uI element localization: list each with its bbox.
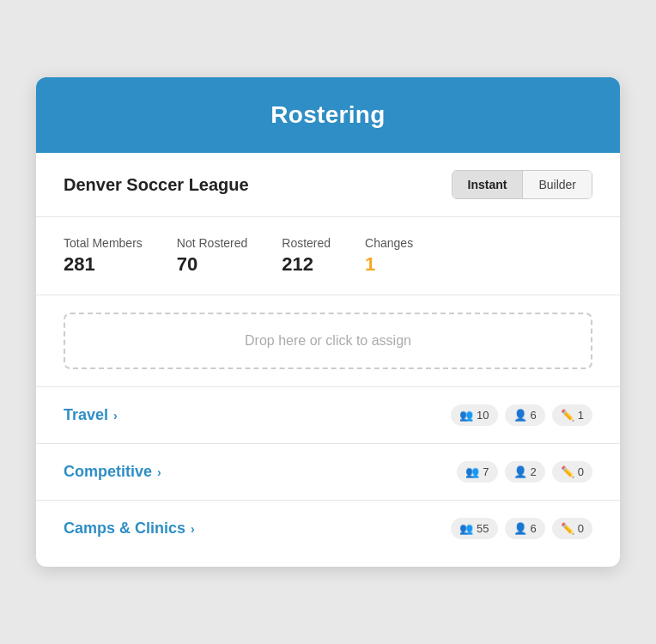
travel-badge-1-count: 10 [477, 409, 489, 422]
sub-header: Denver Soccer League Instant Builder [36, 153, 620, 217]
chevron-right-icon: › [113, 409, 118, 422]
travel-badge-3-count: 1 [578, 409, 584, 422]
person-icon-3: 👤 [513, 522, 527, 535]
travel-badge-2: 👤 6 [505, 404, 545, 426]
rostered-stat: Rostered 212 [282, 236, 331, 276]
group-icon-3: 👥 [459, 522, 473, 535]
category-item-competitive[interactable]: Competitive › 👥 7 👤 2 ✏️ 0 [36, 443, 620, 500]
camps-badge-2-count: 6 [531, 522, 537, 535]
category-name-competitive: Competitive › [64, 463, 161, 481]
changes-stat: Changes 1 [365, 236, 413, 276]
pencil-icon-2: ✏️ [561, 465, 574, 478]
changes-value: 1 [365, 253, 413, 276]
person-icon-1: 👤 [513, 409, 527, 422]
camps-badge-3: ✏️ 0 [552, 518, 592, 539]
camps-badge-1: 👥 55 [451, 518, 497, 539]
chevron-right-icon-2: › [157, 465, 161, 479]
competitive-badges: 👥 7 👤 2 ✏️ 0 [457, 461, 592, 483]
camps-badges: 👥 55 👤 6 ✏️ 0 [451, 518, 592, 539]
group-icon-1: 👥 [459, 409, 473, 422]
not-rostered-value: 70 [177, 253, 247, 276]
travel-badges: 👥 10 👤 6 ✏️ 1 [451, 404, 592, 426]
total-members-stat: Total Members 281 [64, 236, 143, 276]
league-name: Denver Soccer League [64, 175, 249, 195]
total-members-value: 281 [64, 253, 143, 276]
person-icon-2: 👤 [513, 465, 527, 478]
instant-toggle-button[interactable]: Instant [453, 171, 524, 198]
category-name-travel: Travel › [64, 406, 118, 424]
changes-label: Changes [365, 236, 413, 250]
page-title: Rostering [270, 101, 385, 128]
category-list: Travel › 👥 10 👤 6 ✏️ 1 C [36, 386, 620, 567]
stats-row: Total Members 281 Not Rostered 70 Roster… [36, 217, 620, 295]
not-rostered-label: Not Rostered [177, 236, 247, 250]
category-name-camps: Camps & Clinics › [64, 519, 195, 538]
pencil-icon-3: ✏️ [561, 522, 574, 535]
competitive-badge-1: 👥 7 [457, 461, 497, 483]
competitive-badge-3: ✏️ 0 [552, 461, 592, 483]
not-rostered-stat: Not Rostered 70 [177, 236, 247, 276]
category-item-travel[interactable]: Travel › 👥 10 👤 6 ✏️ 1 [36, 386, 620, 443]
group-icon-2: 👥 [465, 465, 479, 478]
view-toggle-group: Instant Builder [452, 170, 592, 199]
competitive-badge-2: 👤 2 [505, 461, 545, 483]
travel-badge-2-count: 6 [531, 409, 537, 422]
rostered-label: Rostered [282, 236, 331, 250]
travel-badge-3: ✏️ 1 [552, 404, 592, 426]
builder-toggle-button[interactable]: Builder [523, 171, 592, 198]
travel-badge-1: 👥 10 [451, 404, 497, 426]
category-item-camps[interactable]: Camps & Clinics › 👥 55 👤 6 ✏️ 0 [36, 500, 620, 556]
pencil-icon-1: ✏️ [561, 409, 574, 422]
competitive-badge-1-count: 7 [483, 465, 489, 478]
main-card: Rostering Denver Soccer League Instant B… [36, 77, 620, 567]
competitive-badge-3-count: 0 [578, 465, 584, 478]
drop-zone-text: Drop here or click to assign [245, 333, 411, 348]
page-header: Rostering [36, 77, 620, 153]
drop-zone[interactable]: Drop here or click to assign [64, 313, 592, 369]
rostered-value: 212 [282, 253, 331, 276]
chevron-right-icon-3: › [191, 522, 195, 536]
camps-badge-1-count: 55 [477, 522, 489, 535]
total-members-label: Total Members [64, 236, 143, 250]
camps-badge-3-count: 0 [578, 522, 584, 535]
competitive-badge-2-count: 2 [531, 465, 537, 478]
camps-badge-2: 👤 6 [505, 518, 545, 539]
